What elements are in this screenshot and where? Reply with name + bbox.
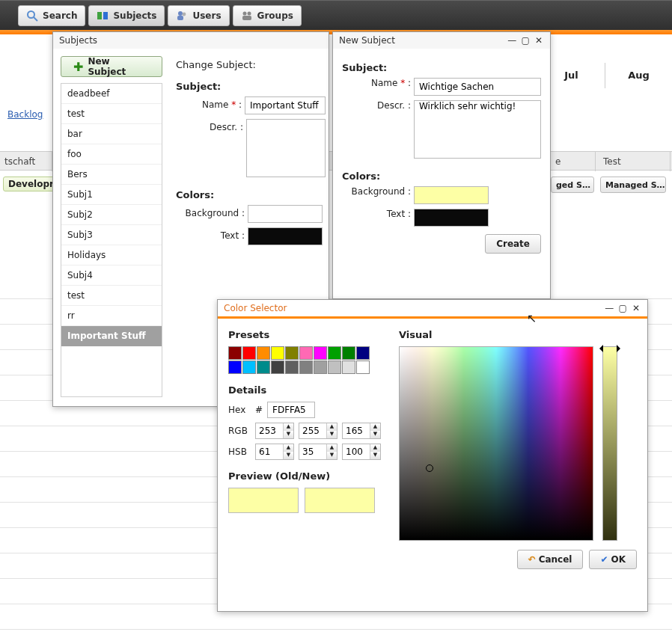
svg-rect-2: [97, 12, 102, 19]
list-item[interactable]: deadbeef: [61, 84, 162, 104]
close-icon[interactable]: ✕: [631, 300, 641, 316]
presets-heading: Presets: [228, 329, 385, 340]
descr-label: Descr. :: [176, 122, 246, 132]
hex-input[interactable]: [267, 402, 315, 418]
preset-swatch[interactable]: [271, 346, 284, 360]
preset-swatch[interactable]: [299, 361, 313, 374]
text-swatch[interactable]: [414, 209, 489, 227]
preset-swatch[interactable]: [342, 361, 355, 374]
name-input[interactable]: [414, 78, 541, 96]
minimize-icon[interactable]: —: [604, 300, 614, 316]
preset-swatch[interactable]: [356, 361, 370, 374]
list-item[interactable]: Bers: [61, 165, 162, 185]
list-item-selected[interactable]: Important Stuff: [61, 326, 162, 346]
preset-swatch[interactable]: [285, 346, 299, 360]
bg-swatch[interactable]: [248, 205, 323, 223]
list-item[interactable]: Holidays: [61, 245, 162, 266]
list-item[interactable]: test: [61, 286, 162, 306]
subject-list[interactable]: deadbeef test bar foo Bers Subj1 Subj2 S…: [61, 83, 162, 397]
svg-rect-9: [242, 16, 251, 20]
preset-swatch[interactable]: [285, 361, 299, 374]
preset-swatch[interactable]: [328, 346, 341, 360]
s-input[interactable]: ▲▼: [299, 444, 337, 460]
preview-old: [228, 488, 299, 513]
preset-swatch[interactable]: [356, 346, 370, 360]
bg-label: Background :: [342, 186, 414, 204]
search-button[interactable]: Search: [18, 5, 85, 26]
list-item[interactable]: foo: [61, 144, 162, 165]
preset-swatch[interactable]: [228, 361, 242, 374]
preset-swatch[interactable]: [342, 346, 355, 360]
hex-label: Hex: [228, 405, 251, 415]
row-developr[interactable]: Developr: [3, 177, 59, 191]
list-item[interactable]: Subj4: [61, 266, 162, 286]
svg-rect-5: [177, 16, 183, 20]
subject-section: Subject:: [342, 62, 541, 73]
preset-swatch[interactable]: [257, 361, 270, 374]
preview-new: [305, 488, 375, 513]
list-item[interactable]: bar: [61, 124, 162, 144]
groups-button[interactable]: Groups: [233, 5, 302, 26]
minimize-icon[interactable]: —: [507, 32, 517, 49]
users-button[interactable]: Users: [168, 5, 229, 26]
groups-icon: [241, 10, 253, 22]
preset-swatch[interactable]: [314, 361, 327, 374]
maximize-icon[interactable]: ▢: [520, 32, 531, 49]
new-subject-window: New Subject — ▢ ✕ Subject: Name * : Desc…: [332, 31, 551, 299]
b-input[interactable]: ▲▼: [342, 423, 381, 439]
preset-swatch[interactable]: [242, 361, 256, 374]
name-input[interactable]: [245, 96, 326, 114]
preset-swatch[interactable]: [271, 361, 284, 374]
preset-swatch[interactable]: [299, 346, 313, 360]
color-selector-window: Color Selector — ▢ ✕ Presets Details Hex…: [217, 299, 648, 612]
r-input[interactable]: ▲▼: [255, 423, 294, 439]
bg-label: Background :: [176, 208, 248, 218]
list-item[interactable]: Subj1: [61, 185, 162, 205]
new-subject-label: New Subject: [88, 56, 150, 77]
svg-point-4: [178, 11, 183, 16]
preset-swatch[interactable]: [242, 346, 256, 360]
preset-swatch[interactable]: [328, 361, 341, 374]
cancel-label: Cancel: [539, 554, 572, 565]
check-icon: ✔: [600, 554, 608, 565]
subjects-icon: [97, 10, 109, 22]
h-input[interactable]: ▲▼: [255, 444, 294, 460]
text-swatch[interactable]: [248, 227, 323, 245]
users-label: Users: [192, 10, 221, 21]
tag-managed-1[interactable]: ged S…: [551, 177, 594, 193]
subjects-button[interactable]: Subjects: [88, 5, 165, 26]
color-selector-title: Color Selector — ▢ ✕: [218, 300, 647, 316]
maximize-icon[interactable]: ▢: [617, 300, 628, 316]
g-input[interactable]: ▲▼: [299, 423, 337, 439]
ok-button[interactable]: ✔ OK: [589, 550, 637, 569]
rgb-label: RGB: [228, 426, 251, 436]
cancel-button[interactable]: ↶ Cancel: [517, 550, 584, 569]
create-button[interactable]: Create: [485, 234, 541, 254]
text-label: Text :: [176, 230, 248, 241]
preset-swatch[interactable]: [228, 346, 242, 360]
users-icon: [176, 10, 188, 22]
preview-heading: Preview (Old/New): [228, 470, 385, 482]
new-subject-button[interactable]: ✚ New Subject: [61, 56, 162, 77]
preset-swatch[interactable]: [314, 346, 327, 360]
subject-section: Subject:: [176, 81, 326, 92]
list-item[interactable]: Subj3: [61, 225, 162, 245]
groups-label: Groups: [257, 10, 293, 21]
v-input[interactable]: ▲▼: [342, 444, 381, 460]
list-item[interactable]: rr: [61, 306, 162, 326]
col-test: Test: [599, 152, 671, 171]
list-item[interactable]: test: [61, 104, 162, 124]
descr-input[interactable]: [246, 119, 326, 177]
sv-picker[interactable]: [399, 346, 593, 541]
preset-swatch[interactable]: [257, 346, 270, 360]
list-item[interactable]: Subj2: [61, 205, 162, 225]
descr-input[interactable]: [414, 100, 541, 159]
hue-slider[interactable]: [602, 346, 617, 541]
bg-swatch[interactable]: [414, 186, 489, 204]
backlog-link[interactable]: Backlog: [0, 109, 52, 120]
tag-managed-2[interactable]: Managed S…: [600, 177, 666, 193]
undo-icon: ↶: [528, 554, 536, 565]
magnifier-icon: [26, 10, 38, 22]
cs-title-text: Color Selector: [224, 300, 287, 316]
close-icon[interactable]: ✕: [534, 32, 544, 49]
